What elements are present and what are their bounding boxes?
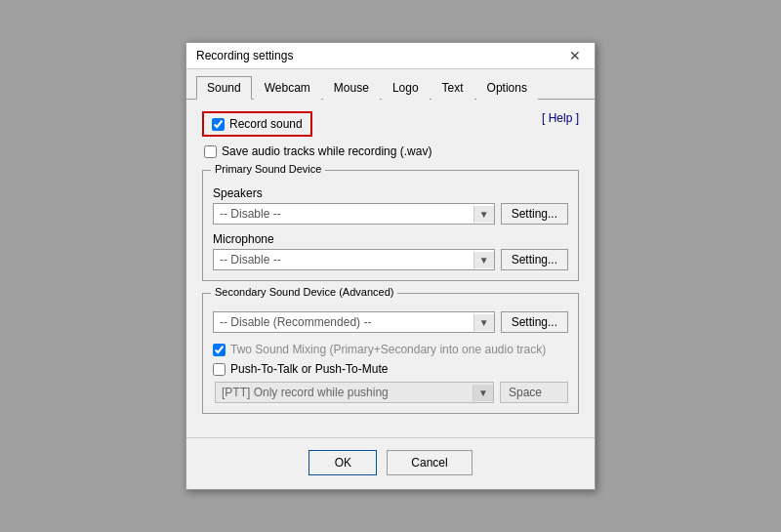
secondary-select[interactable]: -- Disable (Recommended) -- <box>214 312 473 332</box>
mixing-label: Two Sound Mixing (Primary+Secondary into… <box>230 343 546 356</box>
microphone-dropdown-arrow[interactable]: ▼ <box>473 252 494 268</box>
record-sound-label: Record sound <box>229 117 303 131</box>
secondary-setting-button[interactable]: Setting... <box>501 311 568 333</box>
speakers-dropdown-arrow[interactable]: ▼ <box>473 206 494 223</box>
dialog-title: Recording settings <box>196 49 293 62</box>
tab-logo[interactable]: Logo <box>382 76 430 100</box>
speakers-select[interactable]: -- Disable -- <box>214 204 473 224</box>
speakers-row: Speakers -- Disable -- ▼ Setting... <box>213 186 568 225</box>
speakers-label: Speakers <box>213 186 568 200</box>
speakers-dropdown[interactable]: -- Disable -- ▼ <box>213 203 495 225</box>
save-audio-label: Save audio tracks while recording (.wav) <box>222 144 432 158</box>
secondary-group-label: Secondary Sound Device (Advanced) <box>211 286 397 298</box>
tab-sound[interactable]: Sound <box>196 76 252 100</box>
save-audio-checkbox[interactable] <box>204 145 217 158</box>
mixing-checkbox[interactable] <box>213 344 226 356</box>
record-sound-checkbox[interactable] <box>212 118 225 131</box>
dialog: Recording settings ✕ Sound Webcam Mouse … <box>185 42 596 490</box>
ptt-row: Push-To-Talk or Push-To-Mute <box>213 362 568 376</box>
help-link[interactable]: [ Help ] <box>542 111 579 125</box>
tab-bar: Sound Webcam Mouse Logo Text Options <box>186 69 595 100</box>
secondary-sound-device-group: Secondary Sound Device (Advanced) -- Dis… <box>202 293 579 414</box>
save-audio-row: Save audio tracks while recording (.wav) <box>204 144 579 158</box>
speakers-setting-button[interactable]: Setting... <box>501 203 568 225</box>
ptt-checkbox[interactable] <box>213 363 226 376</box>
tab-text[interactable]: Text <box>432 76 474 100</box>
secondary-dropdown-row: -- Disable (Recommended) -- ▼ Setting... <box>213 311 568 333</box>
secondary-dropdown-arrow[interactable]: ▼ <box>473 314 494 331</box>
microphone-row: Microphone -- Disable -- ▼ Setting... <box>213 232 568 270</box>
tab-options[interactable]: Options <box>476 76 538 100</box>
ok-button[interactable]: OK <box>308 450 377 475</box>
speakers-controls: -- Disable -- ▼ Setting... <box>213 203 568 225</box>
ptt-key-input[interactable] <box>500 382 568 403</box>
ptt-label: Push-To-Talk or Push-To-Mute <box>230 362 388 376</box>
record-sound-box: Record sound <box>202 111 312 137</box>
top-controls: Record sound [ Help ] <box>202 111 579 137</box>
ptt-dropdown-arrow[interactable]: ▼ <box>473 385 493 401</box>
cancel-button[interactable]: Cancel <box>387 450 472 475</box>
microphone-setting-button[interactable]: Setting... <box>501 249 568 270</box>
secondary-dropdown[interactable]: -- Disable (Recommended) -- ▼ <box>213 311 495 333</box>
tab-mouse[interactable]: Mouse <box>323 76 380 100</box>
footer: OK Cancel <box>186 437 595 489</box>
ptt-dropdown-row: [PTT] Only record while pushing ▼ <box>215 382 568 403</box>
close-button[interactable]: ✕ <box>565 49 585 62</box>
ptt-dropdown[interactable]: [PTT] Only record while pushing ▼ <box>215 382 494 403</box>
microphone-dropdown[interactable]: -- Disable -- ▼ <box>213 249 495 270</box>
content-area: Record sound [ Help ] Save audio tracks … <box>186 100 595 437</box>
title-bar: Recording settings ✕ <box>186 43 595 69</box>
mixing-row: Two Sound Mixing (Primary+Secondary into… <box>213 343 568 356</box>
tab-webcam[interactable]: Webcam <box>254 76 321 100</box>
microphone-controls: -- Disable -- ▼ Setting... <box>213 249 568 270</box>
microphone-select[interactable]: -- Disable -- <box>214 250 473 269</box>
microphone-label: Microphone <box>213 232 568 246</box>
primary-sound-device-group: Primary Sound Device Speakers -- Disable… <box>202 170 579 281</box>
primary-group-label: Primary Sound Device <box>211 163 325 175</box>
ptt-select[interactable]: [PTT] Only record while pushing <box>216 383 473 402</box>
